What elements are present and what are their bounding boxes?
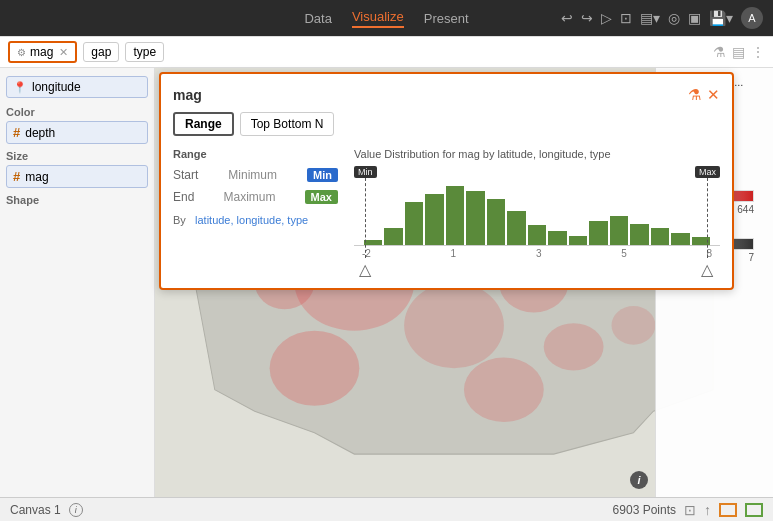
device-icon[interactable]: ⊡ — [620, 10, 632, 26]
bar-12 — [589, 221, 607, 245]
end-value: Maximum — [223, 190, 275, 204]
undo-icon[interactable]: ↩ — [561, 10, 573, 26]
share-icon[interactable]: ◎ — [668, 10, 680, 26]
sidebar-longitude-label: longitude — [32, 80, 81, 94]
sidebar-color-label: Color — [6, 106, 148, 118]
bar-11 — [569, 236, 587, 245]
sidebar-size-field-label: mag — [25, 170, 48, 184]
filter-panel: mag ⚗ ✕ Range Top Bottom N Range — [159, 72, 734, 290]
sidebar-size-field[interactable]: # mag — [6, 165, 148, 188]
by-value[interactable]: latitude, longitude, type — [195, 214, 308, 226]
grid-settings-icon[interactable]: ▤ — [732, 44, 745, 60]
bar-14 — [630, 224, 648, 245]
info-icon[interactable]: i — [630, 471, 648, 489]
filter-pill-gap[interactable]: gap — [83, 42, 119, 62]
bar-9 — [528, 225, 546, 245]
filter-pill-type[interactable]: type — [125, 42, 164, 62]
depth-max: 644 — [737, 204, 754, 215]
svg-point-7 — [464, 358, 544, 422]
canvas-label: Canvas 1 — [10, 503, 61, 517]
max-tag: Max — [305, 190, 338, 204]
bar-5 — [446, 186, 464, 245]
save-icon[interactable]: 💾▾ — [709, 10, 733, 26]
svg-point-3 — [404, 283, 504, 369]
canvas-info-icon[interactable]: i — [69, 503, 83, 517]
filter-pill-icon: ⚙ — [17, 47, 26, 58]
filter-icon[interactable]: ⚗ — [713, 44, 726, 60]
axis-label-2: 1 — [451, 248, 457, 259]
bar-4 — [425, 194, 443, 245]
status-icon-1[interactable]: ⊡ — [684, 502, 696, 518]
filter-panel-title: mag — [173, 87, 202, 103]
histogram-title: Value Distribution for mag by latitude, … — [354, 148, 720, 160]
range-button[interactable]: Range — [173, 112, 234, 136]
axis-label-4: 5 — [621, 248, 627, 259]
status-icon-2[interactable]: ↑ — [704, 502, 711, 518]
bar-8 — [507, 211, 525, 245]
svg-point-9 — [544, 323, 604, 370]
sidebar-color-field[interactable]: # depth — [6, 121, 148, 144]
hash-icon-color: # — [13, 125, 20, 140]
min-tag: Min — [307, 168, 338, 182]
end-label: End — [173, 190, 194, 204]
points-count: 6903 Points — [613, 503, 676, 517]
filter-pill-mag[interactable]: ⚙ mag ✕ — [8, 41, 77, 63]
status-bar: Canvas 1 i 6903 Points ⊡ ↑ — [0, 497, 773, 521]
sidebar-size-label: Size — [6, 150, 148, 162]
location-icon: 📍 — [13, 81, 27, 94]
top-bottom-n-button[interactable]: Top Bottom N — [240, 112, 335, 136]
redo-icon[interactable]: ↪ — [581, 10, 593, 26]
status-grid-1[interactable] — [719, 503, 737, 517]
start-value: Minimum — [228, 168, 277, 182]
sidebar: 📍 longitude Color # depth Size # mag Sha… — [0, 68, 155, 521]
layout-icon[interactable]: ▤▾ — [640, 10, 660, 26]
by-label: By — [173, 214, 186, 226]
svg-point-2 — [270, 331, 360, 406]
svg-point-10 — [612, 306, 656, 345]
range-section-label: Range — [173, 148, 338, 160]
filter-pill-close[interactable]: ✕ — [59, 46, 68, 59]
export-icon[interactable]: ▣ — [688, 10, 701, 26]
bar-13 — [610, 216, 628, 245]
sidebar-color-section: Color # depth — [6, 106, 148, 144]
filter-close-icon[interactable]: ✕ — [707, 86, 720, 104]
more-icon[interactable]: ⋮ — [751, 44, 765, 60]
filter-apply-icon[interactable]: ⚗ — [688, 86, 701, 104]
sidebar-shape-section: Shape — [6, 194, 148, 206]
bar-10 — [548, 231, 566, 245]
bar-3 — [405, 202, 423, 245]
filter-pill-gap-label: gap — [91, 45, 111, 59]
bar-2 — [384, 228, 402, 245]
filter-pill-label: mag — [30, 45, 53, 59]
nav-visualize[interactable]: Visualize — [352, 9, 404, 28]
start-label: Start — [173, 168, 198, 182]
play-icon[interactable]: ▷ — [601, 10, 612, 26]
status-grid-2[interactable] — [745, 503, 763, 517]
bar-6 — [466, 191, 484, 245]
sidebar-longitude[interactable]: 📍 longitude — [6, 76, 148, 98]
sidebar-shape-label: Shape — [6, 194, 148, 206]
bar-16 — [671, 233, 689, 245]
hash-icon-size: # — [13, 169, 20, 184]
bar-15 — [651, 228, 669, 245]
nav-data[interactable]: Data — [304, 11, 331, 26]
sidebar-color-field-label: depth — [25, 126, 55, 140]
sidebar-size-section: Size # mag — [6, 150, 148, 188]
filter-pill-type-label: type — [133, 45, 156, 59]
avatar[interactable]: A — [741, 7, 763, 29]
bar-7 — [487, 199, 505, 245]
mag-max: 7 — [748, 252, 754, 263]
nav-present[interactable]: Present — [424, 11, 469, 26]
axis-label-3: 3 — [536, 248, 542, 259]
